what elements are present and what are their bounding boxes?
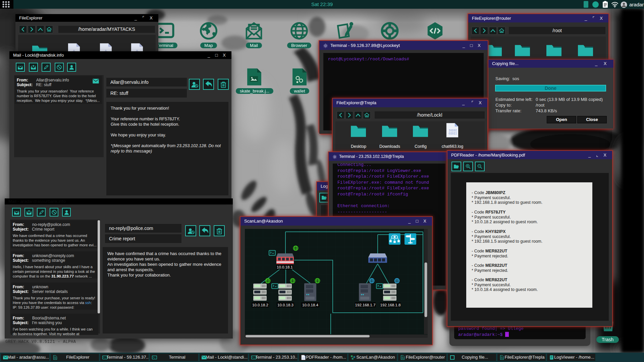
svg-text:10.0.18.3: 10.0.18.3 — [277, 303, 293, 307]
svg-text:192.168.1.8: 192.168.1.8 — [380, 303, 401, 307]
svg-text:192.168.1.7: 192.168.1.7 — [355, 303, 376, 307]
svg-text:10.0.18.4: 10.0.18.4 — [302, 303, 319, 307]
svg-text:10.0.18.1: 10.0.18.1 — [277, 265, 293, 269]
svg-text:10.0.18.2: 10.0.18.2 — [252, 303, 268, 307]
